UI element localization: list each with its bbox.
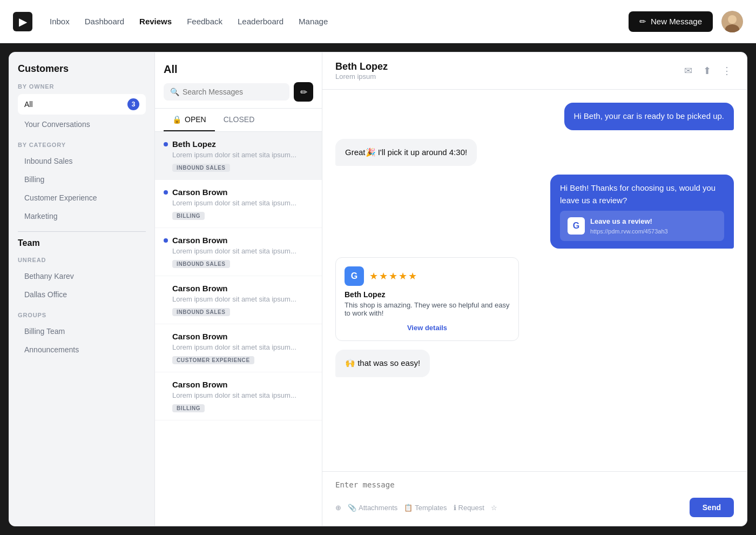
conv-list-header: All 🔍 ✏: [155, 52, 322, 109]
link-card[interactable]: G Leave us a review! https://pdm.rvw.com…: [560, 211, 724, 241]
conv-item[interactable]: Carson Brown Lorem ipsum dolor sit amet …: [155, 180, 322, 228]
input-toolbar: ⊕ 📎 Attachments 📋 Templates ℹ Request: [335, 498, 734, 517]
conv-item[interactable]: Carson Brown Lorem ipsum dolor sit amet …: [155, 372, 322, 420]
unread-label: UNREAD: [18, 257, 146, 263]
avatar[interactable]: [721, 11, 743, 32]
tab-closed[interactable]: CLOSED: [215, 109, 264, 131]
logo: ▶: [13, 12, 32, 31]
star-button[interactable]: ☆: [491, 504, 497, 512]
sidebar-item-dallas-office[interactable]: Dallas Office: [18, 286, 146, 303]
conv-item[interactable]: Beth Lopez Lorem ipsum dolor sit amet si…: [155, 132, 322, 180]
sidebar-title: Customers: [18, 63, 146, 75]
view-details-link[interactable]: View details: [345, 324, 510, 332]
message-outbound: Hi Beth, your car is ready to be picked …: [564, 103, 734, 130]
review-card-header: G ★★★★★: [345, 266, 510, 286]
more-options-button[interactable]: ⋮: [720, 63, 734, 79]
lock-icon: 🔒: [172, 115, 181, 124]
sidebar-item-customer-experience[interactable]: Customer Experience: [18, 189, 146, 206]
nav-right: ✏ New Message: [629, 11, 743, 32]
message-input[interactable]: [335, 480, 734, 489]
chat-input-area: ⊕ 📎 Attachments 📋 Templates ℹ Request: [322, 471, 747, 526]
conv-items: Beth Lopez Lorem ipsum dolor sit amet si…: [155, 132, 322, 526]
templates-button[interactable]: 📋 Templates: [404, 504, 447, 512]
nav-item-feedback[interactable]: Feedback: [187, 17, 222, 26]
paperclip-icon: 📎: [348, 504, 356, 512]
nav-item-inbox[interactable]: Inbox: [50, 17, 70, 26]
groups-label: GROUPS: [18, 312, 146, 318]
messages-area: Hi Beth, your car is ready to be picked …: [322, 90, 747, 471]
sidebar-all-label: All: [24, 100, 33, 109]
conv-item[interactable]: Carson Brown Lorem ipsum dolor sit amet …: [155, 324, 322, 372]
search-icon: 🔍: [170, 88, 179, 96]
nav-item-reviews[interactable]: Reviews: [139, 17, 172, 26]
add-button[interactable]: ⊕: [335, 504, 341, 512]
search-input[interactable]: [183, 88, 283, 96]
sidebar-item-announcements[interactable]: Announcements: [18, 341, 146, 358]
nav-items: Inbox Dashboard Reviews Feedback Leaderb…: [50, 17, 611, 26]
sidebar-item-billing[interactable]: Billing: [18, 171, 146, 188]
ellipsis-icon: ⋮: [722, 65, 732, 76]
review-text: This shop is amazing. They were so helpf…: [345, 301, 510, 317]
svg-point-1: [728, 15, 737, 24]
request-button[interactable]: ℹ Request: [454, 504, 484, 512]
chat-header-info: Beth Lopez Lorem ipsum: [335, 61, 388, 81]
team-label: Team: [18, 238, 146, 248]
by-owner-label: BY OWNER: [18, 83, 146, 90]
chat-name: Beth Lopez: [335, 61, 388, 72]
conv-item-header: Carson Brown: [164, 284, 313, 293]
conv-tabs: 🔒 OPEN CLOSED: [155, 109, 322, 132]
chat-header-actions: ✉ ⬆ ⋮: [682, 63, 734, 79]
by-category-label: BY CATEGORY: [18, 142, 146, 148]
search-bar: 🔍 ✏: [164, 82, 313, 102]
info-icon: ℹ: [454, 504, 456, 512]
send-button[interactable]: Send: [690, 498, 734, 517]
inbox-icon-button[interactable]: ✉: [682, 63, 694, 79]
conversation-list: All 🔍 ✏ 🔒 OPEN CLOSED: [155, 52, 322, 526]
inbox-icon: ✉: [684, 65, 692, 76]
attachments-button[interactable]: 📎 Attachments: [348, 504, 397, 512]
export-icon-button[interactable]: ⬆: [701, 63, 713, 79]
compose-button[interactable]: ✏: [294, 82, 313, 102]
star-icon: ☆: [491, 504, 497, 512]
review-card: G ★★★★★ Beth Lopez This shop is amazing.…: [335, 257, 519, 341]
nav-item-leaderboard[interactable]: Leaderboard: [238, 17, 284, 26]
search-input-wrap: 🔍: [164, 83, 289, 101]
google-link-icon: G: [568, 217, 585, 235]
link-card-content: Leave us a review! https://pdm.rvw.com/4…: [590, 216, 668, 236]
sidebar-item-all[interactable]: All 3: [18, 94, 146, 115]
review-stars: ★★★★★: [369, 270, 418, 282]
conv-item-header: Carson Brown: [164, 332, 313, 341]
message-inbound: 🙌 that was so easy!: [335, 350, 430, 377]
template-icon: 📋: [404, 504, 413, 512]
conv-item-header: Carson Brown: [164, 380, 313, 389]
tab-open[interactable]: 🔒 OPEN: [164, 109, 215, 131]
sidebar-item-billing-team[interactable]: Billing Team: [18, 323, 146, 340]
conv-list-title: All: [164, 63, 313, 76]
main-wrapper: Customers BY OWNER All 3 Your Conversati…: [0, 43, 756, 535]
sidebar-item-inbound-sales[interactable]: Inbound Sales: [18, 152, 146, 170]
unread-dot: [164, 142, 168, 146]
conv-item[interactable]: Carson Brown Lorem ipsum dolor sit amet …: [155, 228, 322, 276]
conv-item-header: Carson Brown: [164, 236, 313, 245]
google-icon: G: [345, 266, 364, 286]
sidebar-all-badge: 3: [127, 98, 139, 110]
sidebar-divider: [18, 231, 146, 232]
nav-item-manage[interactable]: Manage: [299, 17, 328, 26]
sidebar: Customers BY OWNER All 3 Your Conversati…: [9, 52, 155, 526]
conv-item-header: Carson Brown: [164, 188, 313, 197]
upload-icon: ⬆: [703, 65, 711, 76]
top-nav: ▶ Inbox Dashboard Reviews Feedback Leade…: [0, 0, 756, 43]
message-inbound: Great🎉 I'll pick it up around 4:30!: [335, 139, 477, 166]
unread-dot: [164, 238, 168, 243]
pencil-icon: ✏: [300, 87, 307, 97]
sidebar-item-your-conversations[interactable]: Your Conversations: [18, 116, 146, 133]
plus-icon: ⊕: [335, 504, 341, 512]
nav-item-dashboard[interactable]: Dashboard: [85, 17, 124, 26]
conv-item[interactable]: Carson Brown Lorem ipsum dolor sit amet …: [155, 276, 322, 324]
main-container: Customers BY OWNER All 3 Your Conversati…: [9, 52, 747, 526]
new-message-button[interactable]: ✏ New Message: [629, 11, 713, 32]
review-author: Beth Lopez: [345, 290, 510, 299]
sidebar-item-bethany-karev[interactable]: Bethany Karev: [18, 268, 146, 285]
chat-subtitle: Lorem ipsum: [335, 72, 388, 81]
sidebar-item-marketing[interactable]: Marketing: [18, 208, 146, 225]
